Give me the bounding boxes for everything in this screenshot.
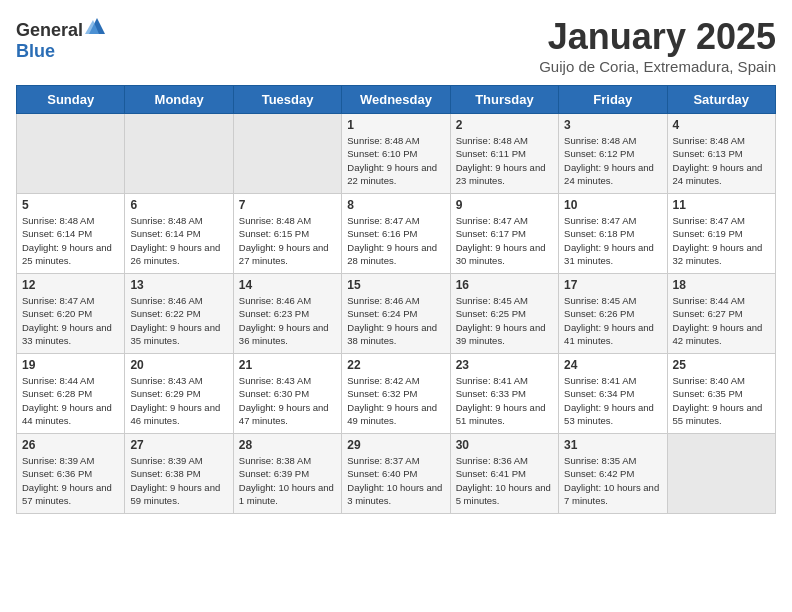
calendar-day-cell: 6Sunrise: 8:48 AM Sunset: 6:14 PM Daylig… [125,194,233,274]
day-number: 21 [239,358,336,372]
day-number: 22 [347,358,444,372]
day-info: Sunrise: 8:44 AM Sunset: 6:27 PM Dayligh… [673,294,770,347]
calendar-day-cell: 26Sunrise: 8:39 AM Sunset: 6:36 PM Dayli… [17,434,125,514]
day-number: 10 [564,198,661,212]
calendar-day-cell [667,434,775,514]
logo-general: General [16,20,83,40]
day-number: 20 [130,358,227,372]
day-number: 3 [564,118,661,132]
day-number: 6 [130,198,227,212]
day-info: Sunrise: 8:45 AM Sunset: 6:25 PM Dayligh… [456,294,553,347]
day-info: Sunrise: 8:47 AM Sunset: 6:17 PM Dayligh… [456,214,553,267]
weekday-header-row: SundayMondayTuesdayWednesdayThursdayFrid… [17,86,776,114]
day-info: Sunrise: 8:48 AM Sunset: 6:14 PM Dayligh… [22,214,119,267]
day-info: Sunrise: 8:43 AM Sunset: 6:30 PM Dayligh… [239,374,336,427]
day-number: 25 [673,358,770,372]
calendar-day-cell: 8Sunrise: 8:47 AM Sunset: 6:16 PM Daylig… [342,194,450,274]
calendar-day-cell: 13Sunrise: 8:46 AM Sunset: 6:22 PM Dayli… [125,274,233,354]
calendar-day-cell [233,114,341,194]
calendar-day-cell: 11Sunrise: 8:47 AM Sunset: 6:19 PM Dayli… [667,194,775,274]
day-number: 7 [239,198,336,212]
calendar-day-cell: 31Sunrise: 8:35 AM Sunset: 6:42 PM Dayli… [559,434,667,514]
calendar-day-cell: 14Sunrise: 8:46 AM Sunset: 6:23 PM Dayli… [233,274,341,354]
calendar-week-row: 19Sunrise: 8:44 AM Sunset: 6:28 PM Dayli… [17,354,776,434]
calendar-day-cell: 29Sunrise: 8:37 AM Sunset: 6:40 PM Dayli… [342,434,450,514]
calendar-day-cell: 30Sunrise: 8:36 AM Sunset: 6:41 PM Dayli… [450,434,558,514]
day-info: Sunrise: 8:40 AM Sunset: 6:35 PM Dayligh… [673,374,770,427]
day-number: 19 [22,358,119,372]
day-number: 13 [130,278,227,292]
day-info: Sunrise: 8:44 AM Sunset: 6:28 PM Dayligh… [22,374,119,427]
weekday-header-cell: Monday [125,86,233,114]
day-info: Sunrise: 8:42 AM Sunset: 6:32 PM Dayligh… [347,374,444,427]
day-number: 18 [673,278,770,292]
calendar-day-cell: 21Sunrise: 8:43 AM Sunset: 6:30 PM Dayli… [233,354,341,434]
day-number: 29 [347,438,444,452]
day-info: Sunrise: 8:39 AM Sunset: 6:36 PM Dayligh… [22,454,119,507]
day-number: 17 [564,278,661,292]
day-number: 24 [564,358,661,372]
day-info: Sunrise: 8:43 AM Sunset: 6:29 PM Dayligh… [130,374,227,427]
title-area: January 2025 Guijo de Coria, Extremadura… [539,16,776,75]
day-info: Sunrise: 8:46 AM Sunset: 6:24 PM Dayligh… [347,294,444,347]
day-info: Sunrise: 8:48 AM Sunset: 6:11 PM Dayligh… [456,134,553,187]
day-number: 26 [22,438,119,452]
day-number: 1 [347,118,444,132]
day-number: 4 [673,118,770,132]
logo-text: General Blue [16,16,109,62]
day-number: 28 [239,438,336,452]
calendar-week-row: 26Sunrise: 8:39 AM Sunset: 6:36 PM Dayli… [17,434,776,514]
day-info: Sunrise: 8:48 AM Sunset: 6:14 PM Dayligh… [130,214,227,267]
calendar-week-row: 1Sunrise: 8:48 AM Sunset: 6:10 PM Daylig… [17,114,776,194]
day-info: Sunrise: 8:38 AM Sunset: 6:39 PM Dayligh… [239,454,336,507]
calendar-week-row: 12Sunrise: 8:47 AM Sunset: 6:20 PM Dayli… [17,274,776,354]
day-number: 16 [456,278,553,292]
calendar-day-cell: 7Sunrise: 8:48 AM Sunset: 6:15 PM Daylig… [233,194,341,274]
calendar-day-cell: 25Sunrise: 8:40 AM Sunset: 6:35 PM Dayli… [667,354,775,434]
day-info: Sunrise: 8:47 AM Sunset: 6:19 PM Dayligh… [673,214,770,267]
day-info: Sunrise: 8:46 AM Sunset: 6:23 PM Dayligh… [239,294,336,347]
calendar-day-cell [125,114,233,194]
day-number: 30 [456,438,553,452]
page-title: January 2025 [539,16,776,58]
weekday-header-cell: Friday [559,86,667,114]
day-info: Sunrise: 8:41 AM Sunset: 6:34 PM Dayligh… [564,374,661,427]
calendar-day-cell: 28Sunrise: 8:38 AM Sunset: 6:39 PM Dayli… [233,434,341,514]
day-number: 9 [456,198,553,212]
calendar-day-cell: 22Sunrise: 8:42 AM Sunset: 6:32 PM Dayli… [342,354,450,434]
day-number: 11 [673,198,770,212]
logo: General Blue [16,16,109,62]
calendar-body: 1Sunrise: 8:48 AM Sunset: 6:10 PM Daylig… [17,114,776,514]
calendar-day-cell: 3Sunrise: 8:48 AM Sunset: 6:12 PM Daylig… [559,114,667,194]
day-info: Sunrise: 8:48 AM Sunset: 6:13 PM Dayligh… [673,134,770,187]
day-number: 8 [347,198,444,212]
calendar-day-cell: 20Sunrise: 8:43 AM Sunset: 6:29 PM Dayli… [125,354,233,434]
calendar-day-cell: 5Sunrise: 8:48 AM Sunset: 6:14 PM Daylig… [17,194,125,274]
day-info: Sunrise: 8:48 AM Sunset: 6:10 PM Dayligh… [347,134,444,187]
weekday-header-cell: Saturday [667,86,775,114]
day-info: Sunrise: 8:35 AM Sunset: 6:42 PM Dayligh… [564,454,661,507]
day-number: 15 [347,278,444,292]
day-info: Sunrise: 8:47 AM Sunset: 6:16 PM Dayligh… [347,214,444,267]
logo-blue: Blue [16,41,55,61]
weekday-header-cell: Sunday [17,86,125,114]
day-number: 23 [456,358,553,372]
calendar-day-cell: 15Sunrise: 8:46 AM Sunset: 6:24 PM Dayli… [342,274,450,354]
weekday-header-cell: Tuesday [233,86,341,114]
day-number: 14 [239,278,336,292]
day-number: 27 [130,438,227,452]
day-number: 5 [22,198,119,212]
calendar-day-cell: 18Sunrise: 8:44 AM Sunset: 6:27 PM Dayli… [667,274,775,354]
day-info: Sunrise: 8:48 AM Sunset: 6:12 PM Dayligh… [564,134,661,187]
day-info: Sunrise: 8:46 AM Sunset: 6:22 PM Dayligh… [130,294,227,347]
day-number: 2 [456,118,553,132]
calendar-day-cell: 24Sunrise: 8:41 AM Sunset: 6:34 PM Dayli… [559,354,667,434]
calendar-day-cell: 9Sunrise: 8:47 AM Sunset: 6:17 PM Daylig… [450,194,558,274]
calendar-day-cell: 19Sunrise: 8:44 AM Sunset: 6:28 PM Dayli… [17,354,125,434]
logo-icon [85,16,109,36]
day-info: Sunrise: 8:45 AM Sunset: 6:26 PM Dayligh… [564,294,661,347]
calendar-day-cell: 2Sunrise: 8:48 AM Sunset: 6:11 PM Daylig… [450,114,558,194]
day-number: 31 [564,438,661,452]
calendar-week-row: 5Sunrise: 8:48 AM Sunset: 6:14 PM Daylig… [17,194,776,274]
day-info: Sunrise: 8:47 AM Sunset: 6:20 PM Dayligh… [22,294,119,347]
